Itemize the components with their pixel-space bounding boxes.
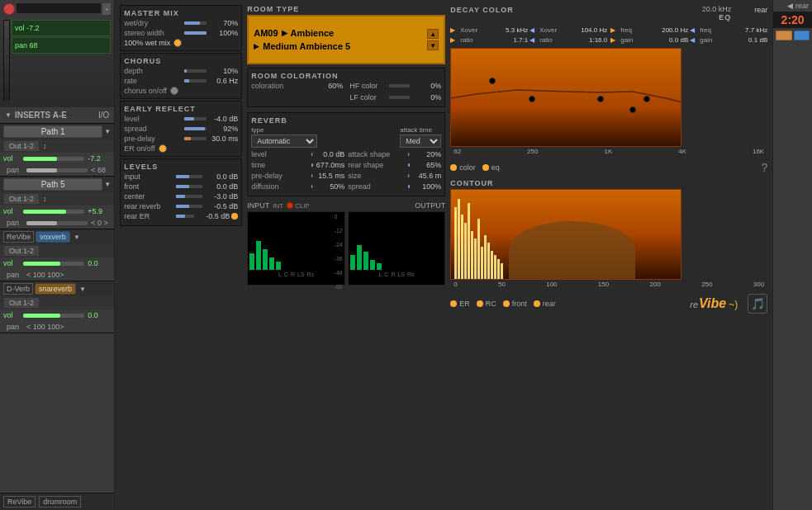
bottom-drumroom-btn[interactable]: drumroom (39, 496, 81, 508)
track-path1-pan-bar[interactable] (26, 168, 88, 172)
hf-bar[interactable] (389, 84, 410, 87)
front-dot[interactable] (503, 300, 510, 307)
reverb-level-row: level 0.0 dB (251, 150, 344, 158)
track-path1-vol-bar[interactable] (23, 157, 84, 161)
revibe-logo-area: re Vibe ~) (690, 296, 738, 311)
spread-bar[interactable] (408, 185, 410, 188)
track-revibe-arrow[interactable]: ▼ (74, 234, 80, 241)
er-toggle[interactable] (159, 144, 167, 153)
eq-display[interactable] (450, 48, 681, 147)
mix-toggle[interactable] (173, 39, 182, 47)
eq-dot-1[interactable] (489, 78, 496, 84)
eq-toggle[interactable] (482, 164, 489, 171)
track-color-bar (3, 20, 10, 101)
eq-dot-3[interactable] (597, 96, 604, 102)
track-dverb-vol-bar[interactable] (23, 314, 84, 318)
track-dverb-name-btn[interactable]: D-Verb (3, 283, 33, 295)
track-path5-pan-bar[interactable] (26, 221, 88, 225)
front-level-bar[interactable] (176, 185, 202, 188)
wet-dry-bar[interactable] (184, 21, 207, 25)
ratio-right-arrow[interactable]: ▶ (450, 36, 458, 44)
right-buttons (773, 28, 812, 43)
lf-bar[interactable] (389, 96, 410, 99)
inserts-triangle[interactable]: ▼ (5, 111, 12, 119)
gain-left-arrow[interactable]: ◀ (690, 36, 698, 44)
play-icon[interactable]: ▶ (282, 29, 287, 37)
contour-bar-10 (484, 235, 487, 279)
er-spread-bar[interactable] (184, 127, 207, 130)
size-bar[interactable] (408, 174, 410, 177)
add-btn[interactable]: + (102, 3, 111, 15)
input-level-label: input (124, 172, 173, 181)
wet-dry-fill (184, 21, 200, 25)
eq-dot-2[interactable] (529, 96, 535, 102)
bottom-revibe-btn[interactable]: ReVibe (3, 496, 36, 508)
scroll-up-btn[interactable]: ▲ (427, 29, 439, 39)
track-revibe-vol-bar[interactable] (23, 262, 84, 266)
attack-shape-bar[interactable] (408, 153, 410, 156)
chorus-toggle-row: chorus on/off (124, 87, 238, 95)
rear-er-dot[interactable] (231, 213, 238, 220)
xover-right-arrow[interactable]: ▶ (450, 26, 458, 34)
track-path1-name[interactable]: Path 1 (3, 125, 102, 138)
er-dot[interactable] (450, 300, 457, 307)
pan-fader[interactable]: pan 68 (12, 37, 111, 54)
track-dverb-pan-row: pan < 100 100> (0, 321, 114, 333)
stereo-width-bar[interactable] (184, 31, 207, 35)
track-dverb-plugin[interactable]: snareverb (35, 283, 76, 295)
chorus-toggle[interactable] (170, 87, 178, 95)
color-toggle[interactable] (450, 164, 457, 171)
coloration-value: 60% (314, 82, 343, 90)
question-mark[interactable]: ? (761, 161, 767, 174)
rear-reverb-bar[interactable] (176, 205, 202, 208)
scroll-down-btn[interactable]: ▼ (427, 40, 439, 50)
track-revibe-name-btn[interactable]: ReVibe (3, 231, 34, 243)
cho-btn[interactable] (794, 31, 810, 40)
freq-right-arrow[interactable]: ▶ (610, 26, 619, 34)
track-revibe-out[interactable]: Out 1-2 (3, 245, 40, 257)
track-path1-out-arrow[interactable]: ↕ (43, 142, 47, 150)
rear-shape-bar[interactable] (408, 163, 410, 167)
chorus-depth-bar[interactable] (184, 69, 207, 73)
track-revibe-plugin[interactable]: voxverb (36, 231, 70, 243)
track-path5-name[interactable]: Path 5 (3, 178, 102, 191)
revibe-icon-btn[interactable]: 🎵 (748, 294, 767, 314)
input-level-bar[interactable] (176, 175, 202, 178)
ratio-left-arrow[interactable]: ◀ (529, 36, 538, 44)
xover-left-arrow[interactable]: ◀ (529, 26, 538, 34)
vol-fader[interactable]: vol -7.2 (12, 20, 111, 36)
reverb-predelay-bar[interactable] (311, 174, 313, 177)
reverb-diffusion-bar[interactable] (311, 185, 313, 188)
decay-color-title: DECAY COLOR (450, 6, 514, 14)
chorus-btn[interactable] (776, 31, 791, 40)
er-level-bar[interactable] (184, 117, 207, 120)
rear-er-bar[interactable] (176, 215, 194, 218)
freq-left-arrow[interactable]: ◀ (690, 26, 698, 34)
track-path1-out[interactable]: Out 1-2 (3, 140, 40, 152)
track-path5-out-arrow[interactable]: ↕ (43, 195, 47, 203)
contour-display[interactable] (450, 189, 681, 280)
track-dverb-out[interactable]: Out 1-2 (3, 297, 40, 309)
eq-dot-4[interactable] (643, 96, 650, 102)
rear-dot[interactable] (534, 300, 540, 307)
track-path5-vol-bar[interactable] (23, 210, 84, 214)
contour-bar-5 (468, 203, 470, 279)
track-dverb: D-Verb snareverb ▼ Out 1-2 vol 0.0 pan <… (0, 281, 114, 333)
reverb-left-params: level 0.0 dB time (251, 150, 344, 192)
track-path5-out[interactable]: Out 1-2 (3, 193, 40, 205)
reverb-attack-select[interactable]: Med (400, 135, 441, 148)
track-path1-arrow[interactable]: ▼ (104, 128, 111, 135)
eq-dot-5[interactable] (629, 106, 636, 113)
rc-dot[interactable] (477, 300, 483, 307)
gain-right-arrow[interactable]: ▶ (610, 36, 619, 44)
reverb-level-bar[interactable] (311, 153, 313, 156)
track-dverb-arrow[interactable]: ▼ (79, 286, 86, 293)
center-level-bar[interactable] (176, 195, 202, 198)
er-predelay-bar[interactable] (184, 137, 207, 140)
spread-fill (408, 185, 410, 188)
chorus-rate-bar[interactable] (184, 79, 207, 83)
track-path5-arrow[interactable]: ▼ (104, 181, 111, 188)
record-btn[interactable] (3, 3, 15, 15)
reverb-type-select[interactable]: Automatic (251, 135, 317, 148)
reverb-time-bar[interactable] (311, 163, 313, 167)
